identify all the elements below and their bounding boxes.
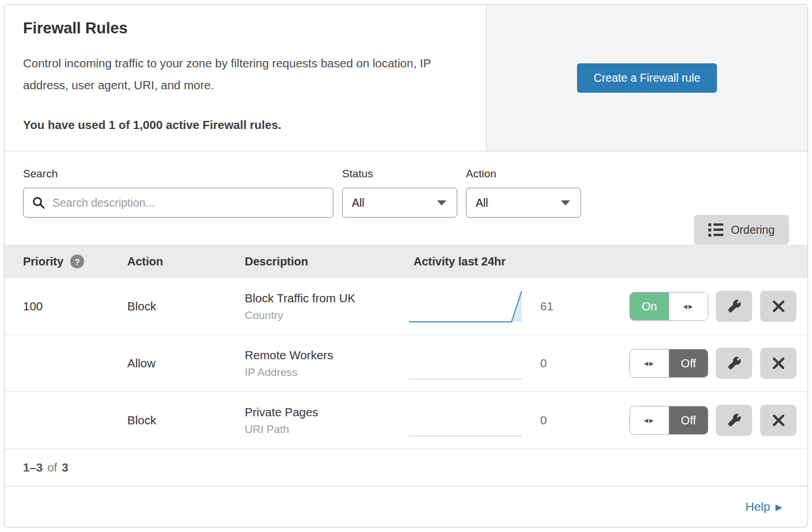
pagination-bar: 1–3 of 3 [5,449,807,486]
pagination-range: 1–3 [23,461,43,474]
rule-priority: 100 [5,299,109,313]
page-description: Control incoming traffic to your zone by… [23,52,466,96]
rule-enabled-toggle[interactable]: On ◂▸ [629,292,708,321]
card-footer: Help ▶ [5,486,807,527]
activity-sparkline [408,289,523,324]
action-filter-group: Action All [466,168,581,245]
action-select[interactable]: All [466,188,581,218]
rule-enabled-toggle[interactable]: Off ◂▸ [629,349,708,378]
table-row: Block Private Pages URI Path 0 Off ◂▸ [5,392,807,449]
close-icon [772,299,786,313]
chevron-down-icon [561,200,570,206]
activity-count: 0 [510,356,618,370]
status-filter-group: Status All [342,168,457,245]
priority-help-icon[interactable]: ? [70,254,84,268]
ordered-list-icon [708,223,723,237]
table-header-row: Priority ? Action Description Activity l… [5,245,807,278]
wrench-icon [727,356,742,371]
search-label: Search [23,168,333,180]
column-description: Description [226,255,389,268]
activity-sparkline [408,403,523,438]
column-activity: Activity last 24hr [389,255,618,268]
wrench-icon [727,299,742,314]
rule-match-type: IP Address [245,366,389,379]
firewall-rules-card: Firewall Rules Control incoming traffic … [4,4,808,527]
rule-description: Private Pages [245,405,389,419]
column-priority: Priority [23,255,63,268]
intro-panel: Firewall Rules Control incoming traffic … [5,5,487,151]
status-label: Status [342,168,457,180]
rule-action: Allow [109,356,226,370]
header-band: Firewall Rules Control incoming traffic … [5,5,807,151]
edit-rule-button[interactable] [716,348,752,379]
help-link-label: Help [745,500,770,514]
activity-count: 0 [510,413,618,427]
action-label: Action [466,168,581,180]
rule-description: Remote Workers [245,348,389,362]
toggle-knob-icon: ◂▸ [630,349,669,377]
rule-match-type: URI Path [245,423,389,436]
usage-note: You have used 1 of 1,000 active Firewall… [23,118,468,132]
toggle-knob-icon: ◂▸ [669,292,708,320]
ordering-button-label: Ordering [731,223,775,237]
toggle-state-label: Off [669,349,708,377]
rule-description: Block Traffic from UK [245,291,389,305]
close-icon [772,413,786,427]
ordering-button[interactable]: Ordering [694,215,789,245]
edit-rule-button[interactable] [716,405,752,436]
chevron-down-icon [437,200,446,206]
search-input[interactable] [23,188,333,218]
edit-rule-button[interactable] [716,291,752,322]
toggle-state-label: Off [669,406,708,434]
close-icon [772,356,786,370]
action-select-value: All [476,196,488,210]
toggle-knob-icon: ◂▸ [630,406,669,434]
table-row: Allow Remote Workers IP Address 0 Off ◂▸ [5,335,807,392]
page-title: Firewall Rules [23,20,468,37]
help-link[interactable]: Help ▶ [745,500,782,514]
activity-sparkline [408,346,523,381]
table-row: 100 Block Block Traffic from UK Country … [5,278,807,335]
wrench-icon [727,413,742,428]
rule-match-type: Country [245,309,389,322]
delete-rule-button[interactable] [760,405,796,436]
delete-rule-button[interactable] [760,291,796,322]
search-group: Search [23,168,333,245]
rule-action: Block [109,299,226,313]
status-select[interactable]: All [342,188,457,218]
activity-count: 61 [510,299,618,313]
toggle-state-label: On [630,292,669,320]
pagination-total: 3 [62,461,68,474]
search-icon [32,196,45,210]
rule-enabled-toggle[interactable]: Off ◂▸ [629,406,708,435]
cta-panel: Create a Firewall rule [487,5,807,151]
arrow-right-icon: ▶ [775,503,782,511]
filter-bar: Search Status All Action All [5,151,807,245]
status-select-value: All [352,196,365,210]
pagination-of-label: of [47,461,57,474]
delete-rule-button[interactable] [760,348,796,379]
column-action: Action [109,255,226,268]
create-firewall-rule-button[interactable]: Create a Firewall rule [577,63,717,93]
rule-action: Block [109,413,226,427]
